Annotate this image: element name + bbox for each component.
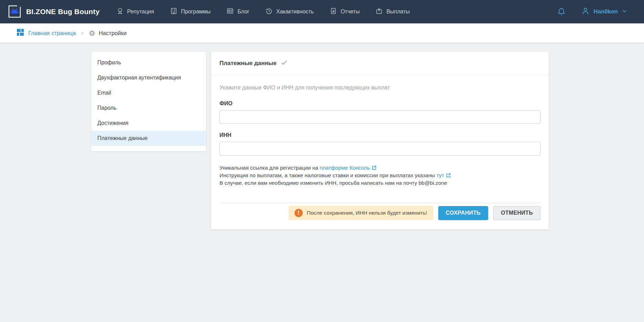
external-link-icon[interactable]	[446, 173, 451, 180]
top-navigation-bar: BI.ZONE Bug Bounty Репутация Программы	[0, 0, 644, 23]
note-line-instructions: Инструкция по выплатам, а также налоговы…	[219, 172, 540, 180]
cancel-button[interactable]: ОТМЕНИТЬ	[493, 206, 540, 220]
inn-label: ИНН	[219, 132, 540, 138]
field-fio: ФИО	[219, 100, 540, 124]
breadcrumb-current-label: Настройки	[99, 30, 127, 36]
nav-item-blog[interactable]: Блог	[226, 7, 249, 16]
breadcrumb-separator: ›	[82, 30, 84, 36]
nav-item-reputation[interactable]: Репутация	[116, 7, 154, 16]
main-nav: Репутация Программы Блог	[116, 7, 410, 16]
note-line-change-inn: В случае, если вам необходимо изменить И…	[219, 180, 540, 186]
gear-icon: ⚙	[89, 30, 95, 37]
nav-label: Репутация	[127, 9, 154, 15]
breadcrumb: Главная страница › ⚙ Настройки	[0, 23, 644, 43]
panel-body: Укажите данные ФИО и ИНН для получения п…	[211, 75, 549, 229]
warning-text: После сохранения, ИНН нельзя будет измен…	[307, 210, 427, 216]
bug-logo-icon	[8, 5, 21, 18]
user-name: Han0ken	[593, 8, 618, 15]
nav-label: Программы	[181, 9, 211, 15]
chevron-down-icon	[621, 8, 627, 15]
nav-label: Выплаты	[386, 9, 410, 15]
fio-input[interactable]	[219, 110, 540, 124]
user-menu[interactable]: Han0ken	[581, 7, 627, 17]
nav-item-reports[interactable]: Отчеты	[330, 7, 359, 16]
payout-instructions-link[interactable]: тут	[437, 172, 444, 178]
bell-icon[interactable]	[557, 7, 566, 16]
sidebar-item-payment-data[interactable]: Платежные данные	[91, 131, 206, 146]
nav-label: Блог	[237, 9, 249, 15]
note-text: Инструкция по выплатам, а также налоговы…	[219, 172, 437, 178]
settings-sidebar: Профиль Двухфакторная аутентификация Ema…	[91, 52, 206, 151]
sidebar-item-two-factor[interactable]: Двухфакторная аутентификация	[91, 70, 206, 85]
sidebar-item-email[interactable]: Email	[91, 85, 206, 100]
brand-title: BI.ZONE Bug Bounty	[26, 8, 100, 16]
award-icon	[116, 7, 124, 16]
inn-input[interactable]	[219, 142, 540, 155]
report-icon	[330, 7, 337, 16]
nav-item-programs[interactable]: Программы	[170, 7, 211, 16]
inn-warning-banner: ! После сохранения, ИНН нельзя будет изм…	[289, 206, 433, 220]
panel-title: Платежные данные	[219, 60, 277, 67]
check-icon	[281, 59, 288, 67]
nav-label: Отчеты	[341, 9, 359, 15]
user-icon	[581, 7, 590, 17]
breadcrumb-home-label: Главная страница	[28, 30, 76, 36]
topbar-right: Han0ken	[557, 7, 627, 17]
payment-data-panel: Платежные данные Укажите данные ФИО и ИН…	[211, 52, 549, 229]
nav-item-hackactivity[interactable]: Хакактивность	[265, 7, 314, 16]
dashboard-icon	[17, 29, 24, 37]
fio-label: ФИО	[219, 100, 540, 107]
breadcrumb-current: ⚙ Настройки	[89, 30, 127, 37]
briefcase-icon	[375, 7, 383, 16]
nav-item-payouts[interactable]: Выплаты	[375, 7, 410, 16]
history-icon	[265, 7, 273, 16]
note-text: Уникальная ссылка для регистрации на	[219, 165, 320, 171]
newspaper-icon	[226, 7, 234, 16]
external-link-icon[interactable]	[372, 165, 377, 172]
sidebar-item-password[interactable]: Пароль	[91, 100, 206, 116]
sidebar-item-profile[interactable]: Профиль	[91, 55, 206, 70]
brand-logo-home[interactable]: BI.ZONE Bug Bounty	[8, 5, 100, 18]
breadcrumb-home-link[interactable]: Главная страница	[17, 29, 76, 37]
field-inn: ИНН	[219, 132, 540, 155]
save-button[interactable]: СОХРАНИТЬ	[438, 206, 489, 220]
console-platform-link[interactable]: платформе Консоль	[320, 165, 370, 171]
building-icon	[170, 7, 178, 16]
panel-description: Укажите данные ФИО и ИНН для получения п…	[219, 85, 540, 91]
sidebar-item-achievements[interactable]: Достижения	[91, 116, 206, 131]
panel-header: Платежные данные	[211, 52, 549, 75]
notes-block: Уникальная ссылка для регистрации на пла…	[219, 164, 540, 186]
nav-label: Хакактивность	[276, 9, 314, 15]
panel-footer: ! После сохранения, ИНН нельзя будет изм…	[219, 203, 540, 220]
note-line-console: Уникальная ссылка для регистрации на пла…	[219, 164, 540, 172]
content-area: Профиль Двухфакторная аутентификация Ema…	[91, 52, 549, 229]
warning-icon: !	[294, 209, 303, 217]
